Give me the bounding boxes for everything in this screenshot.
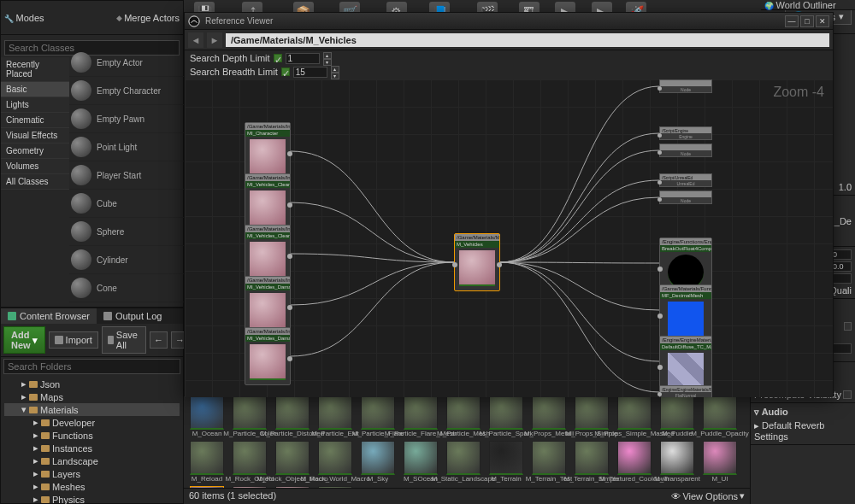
- graph-node-left[interactable]: /Game/Materials/Instances/MI_Vehicles_Da…: [245, 327, 291, 385]
- asset-item[interactable]: M_UI: [700, 441, 740, 483]
- import-button[interactable]: Import: [49, 331, 98, 349]
- actor-item[interactable]: Point Light: [69, 133, 185, 161]
- folder-item[interactable]: ▸ Meshes: [4, 480, 180, 493]
- asset-item[interactable]: M_Particle_Spark: [486, 396, 526, 437]
- actor-item[interactable]: Box Trigger: [69, 302, 185, 305]
- node-output-pin[interactable]: [287, 305, 292, 310]
- output-log-tab[interactable]: Output Log: [97, 308, 168, 324]
- asset-item[interactable]: M_Reload: [187, 441, 227, 483]
- graph-node-small[interactable]: Node: [659, 79, 712, 93]
- maximize-button[interactable]: □: [800, 15, 814, 27]
- asset-item[interactable]: M_Vehicles: [187, 486, 227, 488]
- graph-node-small[interactable]: /Script/UnrealEdUnrealEd: [659, 173, 712, 187]
- add-new-button[interactable]: Add New ▾: [3, 326, 45, 354]
- content-browser-tab[interactable]: Content Browser: [1, 308, 97, 324]
- node-input-pin[interactable]: [657, 267, 663, 272]
- refwin-canvas[interactable]: Zoom -4 /Game/Materials/Instances/MI_Cha…: [185, 79, 833, 397]
- node-input-pin[interactable]: [657, 365, 663, 370]
- save-all-button[interactable]: Save All: [102, 326, 146, 354]
- override-gravity-checkbox[interactable]: [844, 322, 852, 331]
- depth-down[interactable]: ▾: [323, 59, 332, 66]
- cat-cinematic[interactable]: Cinematic: [1, 113, 69, 128]
- view-options-button[interactable]: 👁 View Options ▾: [671, 490, 745, 501]
- depth-up[interactable]: ▴: [323, 52, 332, 59]
- folder-item[interactable]: ▸ Json: [4, 378, 180, 390]
- graph-node-small[interactable]: Node: [659, 190, 712, 204]
- actor-item[interactable]: Empty Pawn: [69, 105, 185, 133]
- node-input-pin[interactable]: [657, 180, 662, 185]
- node-input-pin[interactable]: [657, 150, 662, 155]
- graph-node-left[interactable]: /Game/Materials/Instances/MI_CharacterMI…: [245, 122, 291, 180]
- asset-item[interactable]: M_Particle_Flare_Mesh: [401, 396, 440, 437]
- asset-item[interactable]: M_Props_MetalI: [529, 396, 569, 437]
- graph-node-center[interactable]: /Game/Materials/M_VehiclesM_Vehicles: [454, 233, 500, 291]
- folder-item[interactable]: ▸ Layers: [4, 467, 180, 480]
- node-output-pin[interactable]: [497, 262, 502, 267]
- folder-item[interactable]: ▸ Developer: [4, 416, 180, 429]
- asset-item[interactable]: M_Terrain: [486, 441, 526, 483]
- node-input-pin[interactable]: [657, 197, 662, 202]
- folder-item[interactable]: ▾ Materials: [4, 403, 180, 416]
- asset-item[interactable]: M_Transparent: [657, 441, 697, 483]
- asset-item[interactable]: M_Props_Simple_Masked: [615, 396, 654, 437]
- cat-all-classes[interactable]: All Classes: [1, 174, 69, 190]
- search-folders-input[interactable]: [3, 359, 180, 374]
- asset-item[interactable]: M_Ocean: [187, 396, 227, 437]
- asset-item[interactable]: M_Vehicles_Fresnel: [230, 486, 269, 488]
- asset-item[interactable]: M_Terrain_Test: [529, 441, 569, 483]
- asset-item[interactable]: M_Puddle_Opacity: [700, 396, 740, 437]
- breadth-limit-input[interactable]: [293, 67, 327, 78]
- graph-node-small[interactable]: /Script/EngineEngine: [659, 126, 712, 140]
- actor-item[interactable]: Empty Character: [69, 77, 185, 105]
- actor-item[interactable]: Cube: [69, 190, 185, 218]
- asset-item[interactable]: M_Particle_Exit: [315, 396, 355, 437]
- refwin-fwd-button[interactable]: ►: [207, 32, 222, 48]
- refwin-titlebar[interactable]: Reference Viewer — □ ✕: [185, 13, 833, 30]
- graph-node-small[interactable]: /Engine/EngineMaterials/FlatNormalFlatNo…: [659, 385, 712, 397]
- actor-item[interactable]: Player Start: [69, 161, 185, 190]
- depth-limit-checkbox[interactable]: ✓: [274, 54, 282, 62]
- world-outliner-tab[interactable]: 🌍 World Outliner: [761, 0, 855, 10]
- node-output-pin[interactable]: [287, 254, 292, 259]
- cat-basic[interactable]: Basic: [1, 82, 69, 97]
- asset-item[interactable]: M_Vehicles_Opacity: [273, 486, 312, 488]
- cat-recently-placed[interactable]: Recently Placed: [1, 57, 69, 82]
- cat-visual-effects[interactable]: Visual Effects: [1, 128, 69, 144]
- node-input-pin[interactable]: [657, 314, 663, 319]
- cat-lights[interactable]: Lights: [1, 97, 69, 113]
- graph-node-small[interactable]: Node: [659, 144, 712, 157]
- asset-item[interactable]: M_Static_Landscape: [444, 441, 483, 483]
- minimize-button[interactable]: —: [785, 15, 799, 27]
- node-input-pin[interactable]: [657, 86, 662, 91]
- actor-item[interactable]: Cylinder: [69, 246, 185, 274]
- depth-limit-input[interactable]: [286, 53, 320, 64]
- folder-item[interactable]: ▸ Maps: [4, 390, 180, 403]
- folder-item[interactable]: ▸ Landscape: [4, 454, 180, 467]
- close-button[interactable]: ✕: [816, 15, 829, 27]
- actor-item[interactable]: Cone: [69, 274, 185, 302]
- cat-volumes[interactable]: Volumes: [1, 159, 69, 174]
- nav-back-button[interactable]: ←: [150, 331, 168, 349]
- graph-node-left[interactable]: /Game/Materials/Instances/MI_Vehicles_Cl…: [245, 173, 291, 231]
- audio-header[interactable]: ▿ Audio: [754, 405, 852, 419]
- node-input-pin[interactable]: [452, 262, 457, 267]
- breadth-down[interactable]: ▾: [331, 73, 339, 79]
- graph-node-left[interactable]: /Game/Materials/Instances/MI_Vehicles_Cl…: [245, 225, 291, 283]
- asset-item[interactable]: M_Textured_Cooldown: [615, 441, 654, 483]
- merge-actors[interactable]: ◆ Merge Actors: [116, 13, 180, 23]
- asset-item[interactable]: M_Particle_Mesh: [444, 396, 483, 437]
- cat-geometry[interactable]: Geometry: [1, 144, 69, 159]
- asset-item[interactable]: M_WaveForm: [315, 486, 355, 488]
- asset-item[interactable]: M_Rock_World_Macro: [315, 441, 355, 483]
- asset-item[interactable]: M_Particle_Distorted: [273, 396, 312, 437]
- graph-node-right[interactable]: /Game/Materials/Functions/MF_DecimalMesh…: [659, 284, 712, 343]
- node-input-pin[interactable]: [657, 133, 662, 138]
- node-input-pin[interactable]: [657, 392, 662, 396]
- refwin-back-button[interactable]: ◄: [188, 32, 203, 48]
- precomp-checkbox[interactable]: [843, 390, 852, 399]
- folder-item[interactable]: ▸ Functions: [4, 429, 180, 442]
- actor-item[interactable]: Empty Actor: [69, 49, 185, 77]
- node-output-pin[interactable]: [287, 151, 292, 156]
- actor-item[interactable]: Sphere: [69, 218, 185, 246]
- breadth-up[interactable]: ▴: [331, 66, 339, 73]
